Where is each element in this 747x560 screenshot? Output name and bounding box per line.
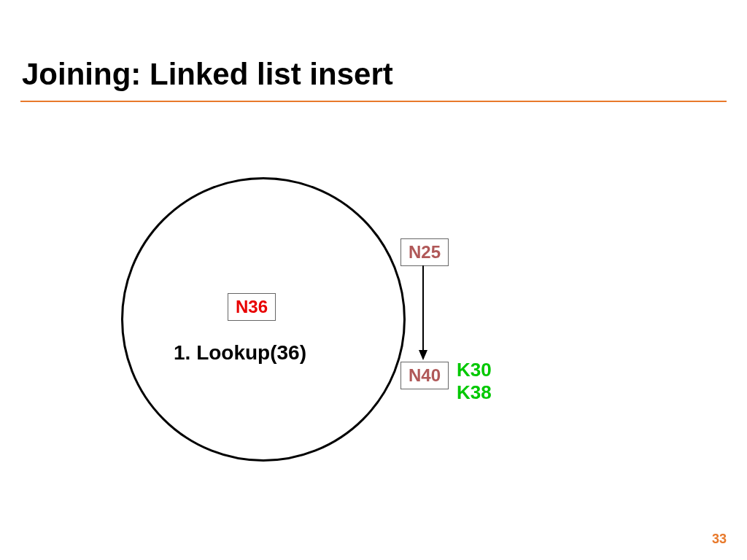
title-underline <box>20 101 727 102</box>
key-k38: K38 <box>457 381 492 404</box>
svg-marker-1 <box>419 350 427 360</box>
node-n40: N40 <box>400 362 449 389</box>
node-n36: N36 <box>228 293 276 321</box>
node-n25: N25 <box>400 238 449 266</box>
arrow-n25-to-n40 <box>416 264 430 360</box>
keys-list: K30 K38 <box>457 359 492 404</box>
key-k30: K30 <box>457 359 492 381</box>
page-number: 33 <box>712 532 727 547</box>
slide-title: Joining: Linked list insert <box>22 57 393 92</box>
step-label: 1. Lookup(36) <box>174 341 306 365</box>
